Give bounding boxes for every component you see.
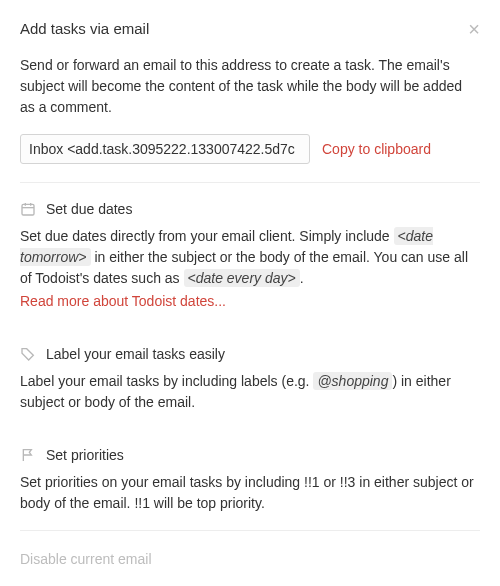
inline-tag-date-every-day: <date every day> (184, 269, 300, 287)
modal-header: Add tasks via email × (20, 18, 480, 41)
add-tasks-email-modal: Add tasks via email × Send or forward an… (0, 0, 500, 586)
intro-text: Send or forward an email to this address… (20, 55, 480, 118)
disable-current-email-button[interactable]: Disable current email (20, 551, 152, 567)
section-header: Set due dates (20, 199, 480, 220)
section-body: Set priorities on your email tasks by in… (20, 472, 480, 514)
flag-icon (20, 447, 36, 463)
section-title: Set due dates (46, 199, 132, 220)
inline-tag-shopping: @shopping (313, 372, 392, 390)
section-header: Label your email tasks easily (20, 344, 480, 365)
section-body: Label your email tasks by including labe… (20, 371, 480, 413)
read-more-dates-link[interactable]: Read more about Todoist dates... (20, 293, 226, 309)
copy-to-clipboard-button[interactable]: Copy to clipboard (322, 141, 431, 157)
close-button[interactable]: × (468, 19, 480, 39)
svg-rect-0 (22, 204, 34, 215)
section-title: Label your email tasks easily (46, 344, 225, 365)
section-due-dates: Set due dates Set due dates directly fro… (20, 183, 480, 328)
body-text: Set due dates directly from your email c… (20, 228, 394, 244)
tag-icon (20, 346, 36, 362)
body-text: Label your email tasks by including labe… (20, 373, 313, 389)
calendar-icon (20, 201, 36, 217)
close-icon: × (468, 18, 480, 40)
section-title: Set priorities (46, 445, 124, 466)
email-address-field[interactable] (20, 134, 310, 164)
email-row: Copy to clipboard (20, 134, 480, 164)
section-labels: Label your email tasks easily Label your… (20, 328, 480, 429)
section-priorities: Set priorities Set priorities on your em… (20, 429, 480, 530)
body-text: . (300, 270, 304, 286)
section-header: Set priorities (20, 445, 480, 466)
modal-title: Add tasks via email (20, 18, 149, 41)
section-body: Set due dates directly from your email c… (20, 226, 480, 289)
footer: Disable current email (20, 531, 480, 580)
